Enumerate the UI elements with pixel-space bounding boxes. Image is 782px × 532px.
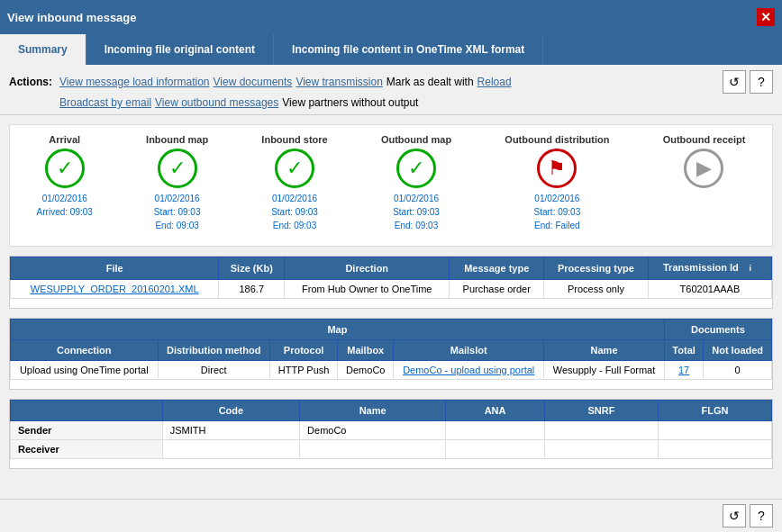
message-type-cell: Purchase order xyxy=(450,280,544,299)
view-message-load-link[interactable]: View message load information xyxy=(59,76,210,88)
table-row: WESUPPLY_ORDER_20160201.XML 186.7 From H… xyxy=(11,280,772,299)
receiver-label: Receiver xyxy=(11,440,163,459)
sender-code: JSMITH xyxy=(162,421,299,440)
sender-name: DemoCo xyxy=(300,421,446,440)
arrival-date: 01/02/2016 Arrived: 09:03 xyxy=(37,192,93,219)
outbound-distribution-icon: ⚑ xyxy=(537,149,577,188)
protocol-cell: HTTP Push xyxy=(269,361,337,380)
file-table: File Size (Kb) Direction Message type Pr… xyxy=(10,257,772,299)
receiver-code xyxy=(162,440,299,459)
connection-col-header: Connection xyxy=(11,340,159,361)
partner-name-col-header: Name xyxy=(300,401,446,421)
sender-label: Sender xyxy=(11,421,163,440)
size-cell: 186.7 xyxy=(219,280,285,299)
mailbox-col-header: Mailbox xyxy=(338,340,394,361)
documents-header: Documents xyxy=(664,320,771,340)
inbound-store-date: 01/02/2016 Start: 09:03 End: 09:03 xyxy=(271,192,318,232)
total-link[interactable]: 17 xyxy=(678,365,689,375)
file-col-header: File xyxy=(11,257,219,280)
direction-col-header: Direction xyxy=(285,257,450,280)
receiver-flgn xyxy=(658,440,771,459)
file-name-cell: WESUPPLY_ORDER_20160201.XML xyxy=(11,280,219,299)
receiver-snrf xyxy=(544,440,658,459)
step-outbound-receipt: Outbound receipt ▶ xyxy=(663,134,746,188)
ana-col-header: ANA xyxy=(446,401,545,421)
processing-type-cell: Process only xyxy=(544,280,649,299)
sender-snrf xyxy=(544,421,658,440)
mailbox-cell: DemoCo xyxy=(338,361,394,380)
step-inbound-map: Inbound map ✓ 01/02/2016 Start: 09:03 En… xyxy=(146,134,208,232)
tab-bar: Summary Incoming file original content I… xyxy=(0,34,782,65)
step-outbound-distribution: Outbound distribution ⚑ 01/02/2016 Start… xyxy=(505,134,609,232)
outbound-map-icon: ✓ xyxy=(396,149,436,188)
outbound-receipt-icon: ▶ xyxy=(684,149,723,188)
view-transmission-link[interactable]: View transmission xyxy=(296,76,382,88)
tab-onetime[interactable]: Incoming file content in OneTime XML for… xyxy=(274,34,543,65)
refresh-icon-top[interactable]: ↺ xyxy=(723,70,746,94)
partner-table: Code Name ANA SNRF FLGN Sender JSMITH De… xyxy=(10,400,772,459)
close-button[interactable]: ✕ xyxy=(757,8,775,26)
inbound-map-date: 01/02/2016 Start: 09:03 End: 09:03 xyxy=(154,192,201,232)
not-loaded-cell: 0 xyxy=(704,361,772,380)
step-arrival: Arrival ✓ 01/02/2016 Arrived: 09:03 xyxy=(37,134,93,219)
mark-as-dealt-text: Mark as dealt with xyxy=(386,76,474,88)
sender-row: Sender JSMITH DemoCo xyxy=(11,421,772,440)
role-col-header xyxy=(11,401,163,421)
receiver-name xyxy=(300,440,446,459)
name-col-header: Name xyxy=(544,340,665,361)
direction-cell: From Hub Owner to OneTime xyxy=(285,280,450,299)
message-type-col-header: Message type xyxy=(450,257,544,280)
file-link[interactable]: WESUPPLY_ORDER_20160201.XML xyxy=(31,284,199,294)
main-content: Arrival ✓ 01/02/2016 Arrived: 09:03 Inbo… xyxy=(0,115,782,487)
snrf-col-header: SNRF xyxy=(544,401,658,421)
total-cell: 17 xyxy=(664,361,703,380)
arrival-icon: ✓ xyxy=(45,149,85,188)
view-partners-text: View partners without output xyxy=(282,96,418,109)
step-outbound-map: Outbound map ✓ 01/02/2016 Start: 09:03 E… xyxy=(381,134,451,232)
file-table-section: File Size (Kb) Direction Message type Pr… xyxy=(9,256,773,309)
help-icon-top[interactable]: ? xyxy=(750,70,773,94)
help-icon-bottom[interactable]: ? xyxy=(750,504,773,527)
connection-cell: Upload using OneTime portal xyxy=(11,361,159,380)
code-col-header: Code xyxy=(162,401,299,421)
mailslot-col-header: Mailslot xyxy=(394,340,544,361)
bottom-bar: ↺ ? xyxy=(0,499,782,532)
tab-summary[interactable]: Summary xyxy=(0,34,86,65)
partner-table-section: Code Name ANA SNRF FLGN Sender JSMITH De… xyxy=(9,399,773,469)
tab-original[interactable]: Incoming file original content xyxy=(86,34,274,65)
processing-type-col-header: Processing type xyxy=(544,257,649,280)
view-outbound-link[interactable]: View outbound messages xyxy=(155,96,278,109)
mailslot-link[interactable]: DemoCo - upload using portal xyxy=(403,365,534,375)
info-icon: i xyxy=(744,262,757,275)
transmission-id-col-header: Transmission Id i xyxy=(648,257,771,280)
window-title: View inbound message xyxy=(7,11,137,24)
sender-ana xyxy=(446,421,545,440)
sender-flgn xyxy=(658,421,771,440)
actions-bar: Actions: View message load information V… xyxy=(0,65,782,115)
name-cell: Wesupply - Full Format xyxy=(544,361,665,380)
refresh-icon-bottom[interactable]: ↺ xyxy=(723,504,746,527)
transmission-id-cell: T60201AAAB xyxy=(648,280,771,299)
outbound-map-date: 01/02/2016 Start: 09:03 End: 09:03 xyxy=(393,192,440,232)
size-col-header: Size (Kb) xyxy=(219,257,285,280)
inbound-map-icon: ✓ xyxy=(158,149,197,188)
title-bar: View inbound message ✕ xyxy=(0,0,782,34)
view-documents-link[interactable]: View documents xyxy=(214,76,293,88)
broadcast-by-email-link[interactable]: Broadcast by email xyxy=(59,96,151,109)
mailslot-cell: DemoCo - upload using portal xyxy=(394,361,544,380)
reload-link[interactable]: Reload xyxy=(477,76,512,88)
not-loaded-col-header: Not loaded xyxy=(704,340,772,361)
total-col-header: Total xyxy=(664,340,703,361)
actions-label: Actions: xyxy=(9,76,52,88)
map-table: Map Documents Connection Distribution me… xyxy=(10,319,772,380)
inbound-store-icon: ✓ xyxy=(275,149,314,188)
map-table-section: Map Documents Connection Distribution me… xyxy=(9,318,773,390)
outbound-distribution-date: 01/02/2016 Start: 09:03 End: Failed xyxy=(534,192,581,232)
protocol-col-header: Protocol xyxy=(269,340,337,361)
flgn-col-header: FLGN xyxy=(658,401,771,421)
map-table-row: Upload using OneTime portal Direct HTTP … xyxy=(11,361,772,380)
distribution-method-cell: Direct xyxy=(158,361,269,380)
step-inbound-store: Inbound store ✓ 01/02/2016 Start: 09:03 … xyxy=(261,134,327,232)
receiver-ana xyxy=(446,440,545,459)
map-header: Map xyxy=(11,320,665,340)
